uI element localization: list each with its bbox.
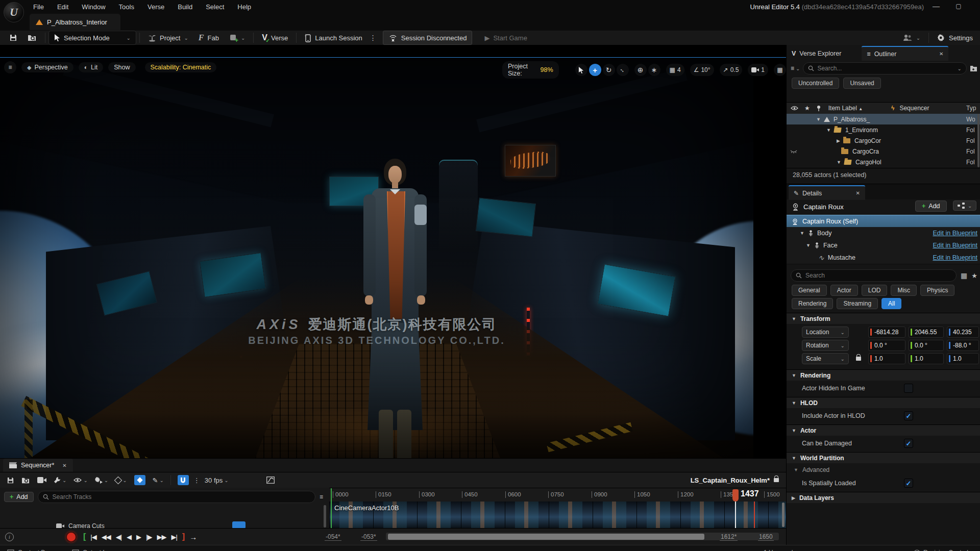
- to-front-button[interactable]: |◀: [88, 533, 99, 541]
- scalability-badge[interactable]: Scalability: Cinematic: [145, 62, 217, 72]
- advanced-subsection[interactable]: Advanced: [802, 466, 829, 473]
- start-game-button[interactable]: ▶ Start Game: [479, 31, 532, 44]
- edit-in-blueprint-link[interactable]: Edit in Blueprint: [933, 242, 977, 249]
- outliner-row-cargocra[interactable]: CargoCra Fol: [787, 146, 980, 157]
- hidden-eye-icon[interactable]: [790, 149, 797, 154]
- save-button[interactable]: [4, 31, 22, 44]
- tab-verse-explorer[interactable]: V Verse Explorer: [787, 46, 846, 60]
- scale-z-field[interactable]: 1.0: [947, 353, 979, 364]
- record-button[interactable]: [66, 532, 77, 542]
- camera-speed-button[interactable]: 1: [748, 64, 768, 76]
- range-end2-field[interactable]: 1650: [758, 533, 774, 541]
- loop-mode-button[interactable]: →: [187, 533, 199, 541]
- collapse-icon[interactable]: ▶: [792, 495, 795, 500]
- maximize-button[interactable]: ▢: [948, 0, 969, 13]
- range-start-field[interactable]: -054*: [325, 533, 341, 541]
- set-start-button[interactable]: [: [81, 532, 88, 541]
- section-hlod[interactable]: ▼ HLOD: [787, 397, 980, 408]
- menu-file[interactable]: File: [27, 0, 51, 14]
- launch-options-button[interactable]: ⋮: [368, 31, 379, 44]
- local-axes-button[interactable]: ∗: [648, 64, 660, 76]
- sequence-name-header[interactable]: LS_Captain_Roux_Helm*: [691, 477, 779, 484]
- seq-save-button[interactable]: [3, 477, 18, 484]
- outliner-filter-button[interactable]: ≡ ⌄: [791, 65, 800, 72]
- show-dropdown[interactable]: Show: [108, 62, 135, 72]
- location-x-field[interactable]: -6814.28: [868, 327, 905, 338]
- collapse-icon[interactable]: ▼: [792, 456, 796, 461]
- sequence-lock-icon[interactable]: [774, 478, 779, 482]
- edit-in-blueprint-link[interactable]: Edit in Blueprint: [933, 254, 977, 261]
- filter-actor[interactable]: Actor: [830, 285, 858, 296]
- location-y-field[interactable]: 2046.55: [909, 327, 944, 338]
- outliner-row-world[interactable]: ▼ P_Albatross_ Wo: [787, 114, 980, 124]
- play-button[interactable]: ▶: [134, 533, 143, 541]
- new-folder-icon[interactable]: [970, 65, 977, 72]
- expand-icon[interactable]: ▼: [837, 160, 841, 165]
- seq-snap-button[interactable]: [174, 475, 192, 485]
- verse-button[interactable]: V ✓ Verse: [257, 31, 293, 44]
- playhead-handle[interactable]: [732, 489, 739, 502]
- camera-cuts-camera-button[interactable]: [232, 521, 246, 528]
- section-rendering[interactable]: ▼ Rendering: [787, 369, 980, 381]
- seq-search-tracks-input[interactable]: Search Tracks: [38, 491, 315, 503]
- expand-icon[interactable]: ▼: [826, 128, 831, 133]
- project-dropdown[interactable]: Project ⌄: [143, 31, 193, 44]
- outliner-row-cargocor[interactable]: ▶ CargoCor Fol: [787, 135, 980, 146]
- jump-forward-button[interactable]: ▶▶: [154, 533, 168, 541]
- edit-in-blueprint-link[interactable]: Edit in Blueprint: [933, 230, 977, 237]
- seq-curve-editor-button[interactable]: [263, 477, 278, 484]
- filter-physics[interactable]: Physics: [920, 285, 954, 296]
- outliner-row-cargohol[interactable]: ▼ CargoHol Fol: [787, 157, 980, 167]
- include-hlod-checkbox[interactable]: ✓: [904, 411, 913, 420]
- fab-button[interactable]: F Fab: [193, 31, 224, 44]
- unsaved-indicator[interactable]: 1 Unsaved: [764, 549, 793, 551]
- menu-help[interactable]: Help: [231, 0, 258, 14]
- filter-streaming[interactable]: Streaming: [837, 298, 878, 309]
- seq-autokey-button[interactable]: [131, 475, 149, 485]
- track-filter-icon[interactable]: ≡: [320, 493, 323, 500]
- outliner-row-environment[interactable]: ▼ 1_Environm Fol: [787, 124, 980, 135]
- favorites-icon[interactable]: ★: [971, 272, 977, 280]
- viewport-options-button[interactable]: ≡: [4, 61, 16, 73]
- filter-all[interactable]: All: [881, 298, 901, 309]
- details-search-input[interactable]: Search: [791, 269, 957, 282]
- tab-details[interactable]: ✎ Details ✕: [789, 185, 865, 200]
- tab-outliner[interactable]: ≡ Outliner ✕: [862, 46, 948, 61]
- expand-icon[interactable]: ▼: [800, 231, 804, 236]
- star-column-icon[interactable]: ★: [804, 105, 810, 112]
- launch-session-button[interactable]: Launch Session: [300, 31, 368, 44]
- actor-hidden-checkbox[interactable]: [904, 384, 913, 393]
- menu-tools[interactable]: Tools: [112, 0, 141, 14]
- selection-mode-dropdown[interactable]: Selection Mode ⌄: [48, 31, 136, 45]
- angle-snap-button[interactable]: ∠ 10°: [690, 64, 714, 76]
- seq-playback-options-dropdown[interactable]: ⌄: [91, 477, 112, 484]
- tab-level[interactable]: P_Albatross_Interior: [30, 14, 120, 30]
- multi-user-dropdown[interactable]: ⌄: [897, 31, 925, 44]
- expand-icon[interactable]: ▶: [837, 138, 840, 143]
- rotation-x-field[interactable]: 0.0 °: [868, 340, 905, 351]
- perspective-dropdown[interactable]: ◆ Perspective: [21, 62, 74, 72]
- viewport-3d[interactable]: AXiS爱迪斯通(北京)科技有限公司 BEIJING AXIS 3D TECHN…: [0, 45, 786, 458]
- browse-button[interactable]: [22, 31, 42, 44]
- sequencer-column[interactable]: Sequencer: [899, 105, 929, 112]
- menu-build[interactable]: Build: [171, 0, 199, 14]
- seq-keyframe-dropdown[interactable]: ⌄: [112, 478, 130, 483]
- add-content-dropdown[interactable]: + ⌄: [224, 31, 250, 44]
- to-end-button[interactable]: ▶|: [168, 533, 179, 541]
- seq-add-track-button[interactable]: + Add: [4, 492, 34, 502]
- section-actor[interactable]: ▼ Actor: [787, 424, 980, 436]
- expand-icon[interactable]: ▼: [816, 117, 821, 122]
- session-status-button[interactable]: Session Disconnected: [383, 31, 473, 45]
- step-back-button[interactable]: ◀|: [113, 533, 124, 541]
- filter-rendering[interactable]: Rendering: [792, 298, 833, 309]
- filter-misc[interactable]: Misc: [891, 285, 917, 296]
- unsaved-button[interactable]: Unsaved: [843, 78, 880, 89]
- range-start2-field[interactable]: -053*: [360, 533, 377, 541]
- location-dropdown[interactable]: Location ⌄: [802, 327, 849, 338]
- seq-render-movie-button[interactable]: [34, 477, 50, 483]
- output-log-button[interactable]: Output Log: [72, 549, 113, 551]
- component-row-body[interactable]: ▼ Body Edit in Blueprint: [787, 227, 980, 240]
- menu-window[interactable]: Window: [75, 0, 112, 14]
- collapse-icon[interactable]: ▼: [792, 400, 796, 406]
- scale-lock-icon[interactable]: [856, 357, 861, 361]
